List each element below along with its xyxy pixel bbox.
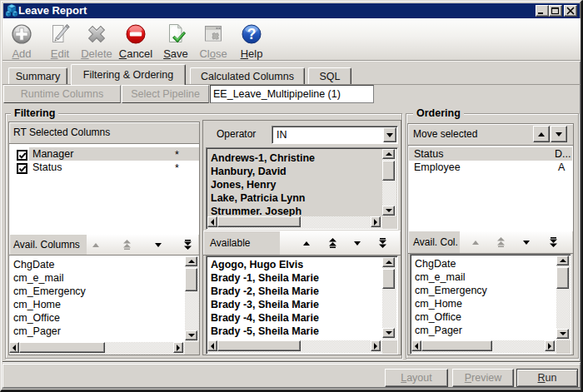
svg-text:?: ?	[247, 26, 257, 42]
